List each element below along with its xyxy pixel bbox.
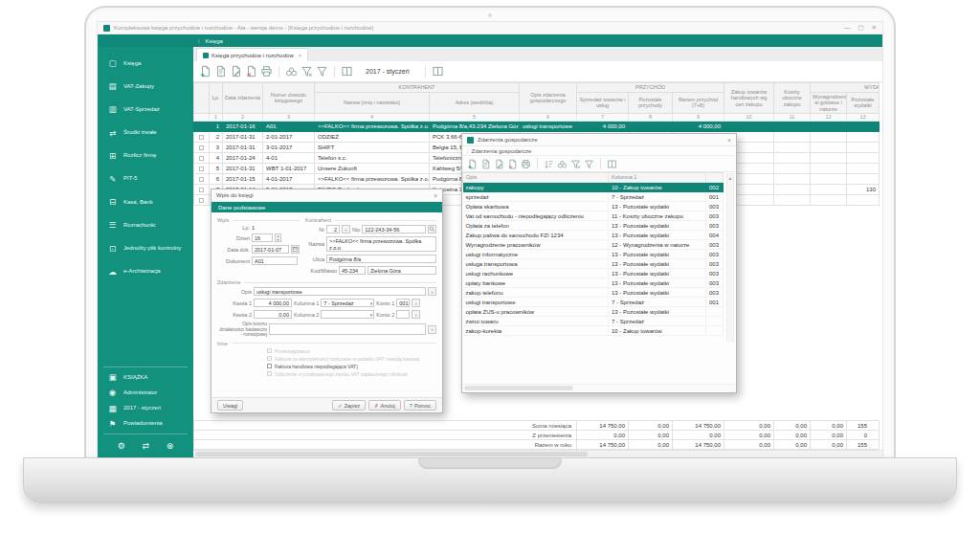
account2-picker-button[interactable]: › (412, 310, 420, 319)
day-spinner[interactable]: ▴▾ (275, 233, 281, 242)
close-button[interactable]: ✕ (872, 24, 877, 32)
calendar-picker-button[interactable] (291, 245, 300, 254)
sidebar-item-ksiega[interactable]: ▢Księga (98, 52, 193, 75)
sidebar-item-vat-zakupy[interactable]: ▤VAT-Zakupy (98, 75, 193, 98)
postal-code-field[interactable]: 45-234 (339, 266, 366, 275)
delete-event-icon[interactable] (507, 159, 518, 169)
contractor-number-field[interactable]: 2 (326, 225, 340, 233)
street-field[interactable]: Podgórna 8/a (326, 255, 436, 263)
row-select-checkbox[interactable] (194, 184, 210, 194)
tab-dane-podstawowe[interactable]: Dane podstawowe (212, 202, 442, 212)
minimize-button[interactable]: — (844, 24, 851, 32)
sidebar-item-powiadomienia[interactable]: ⚑Powiadomienia (98, 416, 193, 432)
event-row[interactable]: Opłata skarbowa 13 - Pozostałe wydatki 0… (463, 202, 724, 211)
row-select-checkbox[interactable] (194, 121, 210, 131)
event-row[interactable]: Zakup paliwa do samochodu FZI 1234 13 - … (463, 231, 724, 240)
vertical-scrollbar[interactable]: ▲ (726, 173, 734, 342)
sidebar-item-rozrachunki[interactable]: ☰Rozrachunki (98, 213, 193, 236)
column2-select[interactable]: ▾ (321, 310, 374, 319)
new-event-icon[interactable] (467, 159, 478, 169)
switch-arrows-icon[interactable]: ⇄ (142, 441, 149, 451)
edit-entry-icon[interactable] (230, 65, 242, 78)
scrollbar-thumb[interactable] (464, 386, 573, 390)
layout-columns-icon[interactable] (432, 65, 444, 78)
sidebar-item-kasa-bank[interactable]: ⊟Kasa, Bank (98, 190, 193, 213)
row-select-checkbox[interactable] (194, 142, 210, 152)
scrollbar-thumb[interactable] (195, 452, 588, 456)
search-binoculars-icon[interactable] (557, 159, 568, 169)
sidebar-item-administrator[interactable]: ◉Administrator (98, 385, 193, 400)
events-menu-item[interactable]: Zdarzenia gospodarcze (472, 148, 532, 154)
event-row[interactable]: usługi transportowe 7 - Sprzedaż 001 (463, 298, 724, 307)
doc-date-field[interactable]: 2017-01-07 (252, 245, 289, 254)
sidebar-item-pit5[interactable]: ✎PIT-5 (98, 167, 193, 190)
clear-filter-icon[interactable] (301, 65, 313, 78)
row-select-checkbox[interactable] (194, 131, 210, 142)
print-icon[interactable] (521, 159, 531, 169)
new-entry-icon[interactable] (199, 65, 212, 78)
document-field[interactable]: A01 (252, 256, 298, 265)
contractor-search-button[interactable] (428, 225, 436, 233)
contractor-next-button[interactable]: › (342, 225, 350, 233)
account1-picker-button[interactable]: › (412, 299, 420, 307)
close-icon[interactable]: × (434, 192, 437, 199)
event-picker-button[interactable]: › (428, 287, 436, 296)
columns-icon[interactable] (607, 159, 617, 169)
option-checkbox[interactable]: Odliczenie zryczałtowanego zwrotu VAT za… (267, 371, 436, 377)
sort-icon[interactable] (544, 159, 554, 169)
city-field[interactable]: Zielona Góra (368, 266, 436, 275)
event-row[interactable]: Vat od samochodu - niepodlegający odlicz… (463, 211, 724, 221)
sidebar-item-srodki-trwale[interactable]: ⇄Środki trwałe (98, 122, 193, 144)
event-row[interactable]: Wynagrodzenie pracowników 12 - Wynagrodz… (463, 240, 724, 250)
search-binoculars-icon[interactable] (285, 65, 298, 78)
event-row[interactable]: sprzedaż 7 - Sprzedaż 001 (463, 192, 724, 202)
cancel-button[interactable]: ✗Anuluj (368, 400, 401, 411)
contractor-name-field[interactable]: >>FALKO<< firma przewozowa. Spółka z.o.o… (326, 236, 436, 252)
row-select-checkbox[interactable] (194, 152, 210, 163)
columns-icon[interactable] (341, 65, 353, 78)
event-description-field[interactable]: usługi transportowe (254, 287, 426, 296)
option-checkbox[interactable]: Faktura za wierzytelności rozliczane w p… (267, 356, 436, 362)
tab-ksiega[interactable]: Księga przychodów i rozchodów × (196, 48, 308, 61)
event-row[interactable]: opłata ZUS-u pracowników 13 - Pozostałe … (463, 307, 724, 317)
edit-event-icon[interactable] (494, 159, 504, 169)
filter-icon[interactable] (316, 65, 328, 78)
save-button[interactable]: ✓Zapisz (332, 400, 366, 411)
sidebar-item-ksiazka[interactable]: ▣KSIĄŻKA (98, 369, 193, 385)
events-horizontal-scrollbar[interactable] (462, 384, 736, 392)
sidebar-item-earchiwizacja[interactable]: ☁e-Archiwizacja (98, 260, 193, 283)
menu-item-ksiega[interactable]: Księga (201, 38, 228, 44)
notes-button[interactable]: Uwagi (217, 400, 243, 411)
horizontal-scrollbar[interactable] (193, 450, 882, 457)
day-field[interactable]: 16 (252, 233, 273, 242)
row-select-checkbox[interactable] (194, 194, 210, 205)
maximize-button[interactable]: ▢ (858, 24, 863, 32)
sidebar-item-period[interactable]: ▦2017 - styczeń (98, 401, 193, 416)
checkbox-icon[interactable] (267, 364, 272, 368)
entry-dialog-titlebar[interactable]: Wpis do księgi × (212, 189, 442, 202)
event-row[interactable]: Opłata za telefon 13 - Pozostałe wydatki… (463, 221, 724, 231)
exit-icon[interactable]: ⊗ (167, 441, 174, 451)
row-select-checkbox[interactable] (194, 163, 210, 173)
checkbox-icon[interactable] (267, 356, 272, 361)
option-checkbox[interactable]: Przeksięgowano (267, 348, 436, 354)
event-row[interactable]: zakup telefonu 13 - Pozostałe wydatki 00… (463, 288, 724, 298)
rd-cost-description-field[interactable] (269, 323, 426, 335)
tab-close-icon[interactable]: × (299, 53, 302, 58)
row-select-checkbox[interactable] (194, 173, 210, 184)
print-icon[interactable] (260, 65, 273, 78)
checkbox-icon[interactable] (267, 371, 272, 376)
ledger-row[interactable]: 1 2017-01-16 A01 >>FALKO<< firma przewoz… (194, 121, 880, 131)
account2-field[interactable] (396, 310, 410, 319)
sidebar-item-vat-sprzedaz[interactable]: ▥VAT-Sprzedaż (98, 98, 193, 121)
amount1-field[interactable]: 4 000,00 (254, 299, 292, 307)
period-label[interactable]: 2017 - styczeń (366, 68, 410, 75)
delete-entry-icon[interactable] (245, 65, 257, 78)
event-row[interactable]: zakupy 10 - Zakup towarów 002 (463, 183, 724, 192)
help-button[interactable]: ?Pomoc (404, 400, 436, 411)
copy-entry-icon[interactable] (214, 65, 227, 78)
close-icon[interactable]: × (727, 137, 731, 144)
rd-cost-picker-button[interactable]: › (428, 325, 436, 334)
amount2-field[interactable]: 0,00 (254, 310, 292, 319)
event-row[interactable]: zwrot towaru 7 - Sprzedaż (463, 317, 724, 326)
